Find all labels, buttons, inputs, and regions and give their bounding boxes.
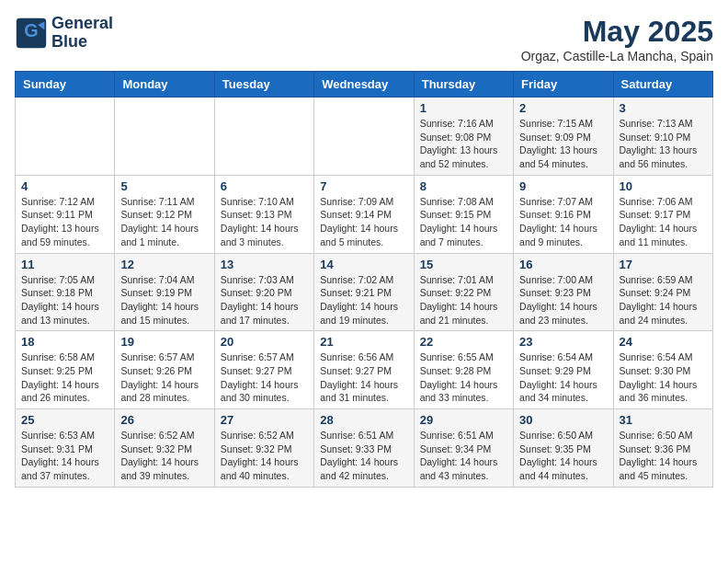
- svg-text:G: G: [24, 19, 38, 40]
- col-header-tuesday: Tuesday: [214, 72, 313, 98]
- cell-info: Sunrise: 6:51 AMSunset: 9:34 PMDaylight:…: [420, 429, 507, 483]
- cell-info: Sunrise: 6:52 AMSunset: 9:32 PMDaylight:…: [221, 429, 308, 483]
- calendar-cell: 1Sunrise: 7:16 AMSunset: 9:08 PMDaylight…: [414, 98, 513, 176]
- cell-day-number: 29: [420, 413, 507, 427]
- cell-info: Sunrise: 6:54 AMSunset: 9:30 PMDaylight:…: [620, 350, 707, 405]
- col-header-wednesday: Wednesday: [314, 72, 414, 98]
- calendar-table: SundayMondayTuesdayWednesdayThursdayFrid…: [15, 71, 713, 488]
- cell-info: Sunrise: 7:04 AMSunset: 9:19 PMDaylight:…: [120, 273, 208, 327]
- cell-day-number: 2: [519, 101, 607, 115]
- cell-info: Sunrise: 7:12 AMSunset: 9:11 PMDaylight:…: [21, 195, 108, 249]
- calendar-cell: 24Sunrise: 6:54 AMSunset: 9:30 PMDayligh…: [613, 331, 712, 409]
- cell-day-number: 1: [420, 101, 507, 115]
- cell-day-number: 14: [320, 258, 407, 271]
- cell-day-number: 31: [620, 413, 707, 427]
- cell-info: Sunrise: 7:15 AMSunset: 9:09 PMDaylight:…: [519, 117, 607, 171]
- cell-info: Sunrise: 7:16 AMSunset: 9:08 PMDaylight:…: [420, 117, 507, 171]
- calendar-cell: 7Sunrise: 7:09 AMSunset: 9:14 PMDaylight…: [314, 175, 414, 253]
- calendar-cell: 14Sunrise: 7:02 AMSunset: 9:21 PMDayligh…: [314, 253, 414, 331]
- main-title: May 2025: [521, 15, 713, 49]
- calendar-cell: 2Sunrise: 7:15 AMSunset: 9:09 PMDaylight…: [514, 98, 613, 176]
- cell-info: Sunrise: 6:50 AMSunset: 9:36 PMDaylight:…: [620, 429, 707, 483]
- cell-day-number: 19: [120, 335, 208, 349]
- cell-day-number: 28: [320, 413, 407, 427]
- calendar-cell: 26Sunrise: 6:52 AMSunset: 9:32 PMDayligh…: [115, 409, 214, 488]
- calendar-cell: 23Sunrise: 6:54 AMSunset: 9:29 PMDayligh…: [514, 331, 613, 409]
- calendar-cell: 3Sunrise: 7:13 AMSunset: 9:10 PMDaylight…: [613, 98, 712, 176]
- calendar-cell: 17Sunrise: 6:59 AMSunset: 9:24 PMDayligh…: [613, 253, 712, 331]
- calendar-cell: 10Sunrise: 7:06 AMSunset: 9:17 PMDayligh…: [613, 175, 712, 253]
- cell-day-number: 25: [21, 413, 108, 427]
- calendar-header-row: SundayMondayTuesdayWednesdayThursdayFrid…: [16, 72, 713, 98]
- cell-day-number: 12: [120, 258, 208, 271]
- cell-info: Sunrise: 6:57 AMSunset: 9:27 PMDaylight:…: [221, 350, 308, 405]
- page-header: G General Blue May 2025 Orgaz, Castille-…: [15, 15, 713, 63]
- cell-info: Sunrise: 6:52 AMSunset: 9:32 PMDaylight:…: [120, 429, 208, 483]
- cell-day-number: 23: [519, 335, 607, 349]
- cell-day-number: 17: [620, 258, 707, 271]
- cell-day-number: 9: [519, 179, 607, 193]
- cell-info: Sunrise: 7:10 AMSunset: 9:13 PMDaylight:…: [221, 195, 308, 249]
- cell-day-number: 6: [221, 179, 308, 193]
- cell-day-number: 26: [120, 413, 208, 427]
- calendar-cell: [214, 98, 313, 176]
- calendar-week-row: 11Sunrise: 7:05 AMSunset: 9:18 PMDayligh…: [16, 253, 713, 331]
- calendar-cell: 4Sunrise: 7:12 AMSunset: 9:11 PMDaylight…: [16, 175, 115, 253]
- cell-day-number: 24: [620, 335, 707, 349]
- cell-info: Sunrise: 6:55 AMSunset: 9:28 PMDaylight:…: [420, 350, 507, 405]
- cell-info: Sunrise: 7:07 AMSunset: 9:16 PMDaylight:…: [519, 195, 607, 249]
- calendar-cell: 30Sunrise: 6:50 AMSunset: 9:35 PMDayligh…: [514, 409, 613, 488]
- cell-day-number: 11: [21, 258, 108, 271]
- calendar-cell: 27Sunrise: 6:52 AMSunset: 9:32 PMDayligh…: [214, 409, 313, 488]
- calendar-cell: 5Sunrise: 7:11 AMSunset: 9:12 PMDaylight…: [115, 175, 214, 253]
- cell-info: Sunrise: 6:51 AMSunset: 9:33 PMDaylight:…: [320, 429, 407, 483]
- calendar-cell: 9Sunrise: 7:07 AMSunset: 9:16 PMDaylight…: [514, 175, 613, 253]
- calendar-week-row: 18Sunrise: 6:58 AMSunset: 9:25 PMDayligh…: [16, 331, 713, 409]
- cell-info: Sunrise: 7:01 AMSunset: 9:22 PMDaylight:…: [420, 273, 507, 327]
- cell-day-number: 8: [420, 179, 507, 193]
- calendar-cell: 19Sunrise: 6:57 AMSunset: 9:26 PMDayligh…: [115, 331, 214, 409]
- calendar-cell: 21Sunrise: 6:56 AMSunset: 9:27 PMDayligh…: [314, 331, 414, 409]
- cell-day-number: 5: [120, 179, 208, 193]
- cell-day-number: 21: [320, 335, 407, 349]
- cell-info: Sunrise: 7:05 AMSunset: 9:18 PMDaylight:…: [21, 273, 108, 327]
- cell-day-number: 30: [519, 413, 607, 427]
- cell-day-number: 15: [420, 258, 507, 271]
- logo-icon: G: [15, 17, 48, 50]
- calendar-cell: 6Sunrise: 7:10 AMSunset: 9:13 PMDaylight…: [214, 175, 313, 253]
- calendar-cell: 25Sunrise: 6:53 AMSunset: 9:31 PMDayligh…: [16, 409, 115, 488]
- cell-info: Sunrise: 6:59 AMSunset: 9:24 PMDaylight:…: [620, 273, 707, 327]
- cell-info: Sunrise: 6:57 AMSunset: 9:26 PMDaylight:…: [120, 350, 208, 405]
- cell-info: Sunrise: 7:03 AMSunset: 9:20 PMDaylight:…: [221, 273, 308, 327]
- cell-info: Sunrise: 7:06 AMSunset: 9:17 PMDaylight:…: [620, 195, 707, 249]
- cell-info: Sunrise: 6:56 AMSunset: 9:27 PMDaylight:…: [320, 350, 407, 405]
- col-header-monday: Monday: [115, 72, 214, 98]
- cell-day-number: 18: [21, 335, 108, 349]
- calendar-cell: 15Sunrise: 7:01 AMSunset: 9:22 PMDayligh…: [414, 253, 513, 331]
- calendar-cell: 11Sunrise: 7:05 AMSunset: 9:18 PMDayligh…: [16, 253, 115, 331]
- calendar-cell: 16Sunrise: 7:00 AMSunset: 9:23 PMDayligh…: [514, 253, 613, 331]
- cell-info: Sunrise: 6:53 AMSunset: 9:31 PMDaylight:…: [21, 429, 108, 483]
- col-header-sunday: Sunday: [16, 72, 115, 98]
- cell-day-number: 7: [320, 179, 407, 193]
- logo: G General Blue: [15, 15, 113, 52]
- calendar-cell: [16, 98, 115, 176]
- calendar-cell: [115, 98, 214, 176]
- cell-day-number: 22: [420, 335, 507, 349]
- calendar-cell: 29Sunrise: 6:51 AMSunset: 9:34 PMDayligh…: [414, 409, 513, 488]
- calendar-cell: 12Sunrise: 7:04 AMSunset: 9:19 PMDayligh…: [115, 253, 214, 331]
- calendar-cell: 8Sunrise: 7:08 AMSunset: 9:15 PMDaylight…: [414, 175, 513, 253]
- col-header-saturday: Saturday: [613, 72, 712, 98]
- cell-day-number: 3: [620, 101, 707, 115]
- cell-info: Sunrise: 7:11 AMSunset: 9:12 PMDaylight:…: [120, 195, 208, 249]
- title-area: May 2025 Orgaz, Castille-La Mancha, Spai…: [521, 15, 713, 63]
- cell-info: Sunrise: 7:02 AMSunset: 9:21 PMDaylight:…: [320, 273, 407, 327]
- calendar-cell: 18Sunrise: 6:58 AMSunset: 9:25 PMDayligh…: [16, 331, 115, 409]
- logo-text: General Blue: [51, 15, 113, 52]
- cell-info: Sunrise: 6:58 AMSunset: 9:25 PMDaylight:…: [21, 350, 108, 405]
- cell-day-number: 16: [519, 258, 607, 271]
- cell-day-number: 13: [221, 258, 308, 271]
- cell-info: Sunrise: 7:13 AMSunset: 9:10 PMDaylight:…: [620, 117, 707, 171]
- subtitle: Orgaz, Castille-La Mancha, Spain: [521, 49, 713, 63]
- calendar-cell: 13Sunrise: 7:03 AMSunset: 9:20 PMDayligh…: [214, 253, 313, 331]
